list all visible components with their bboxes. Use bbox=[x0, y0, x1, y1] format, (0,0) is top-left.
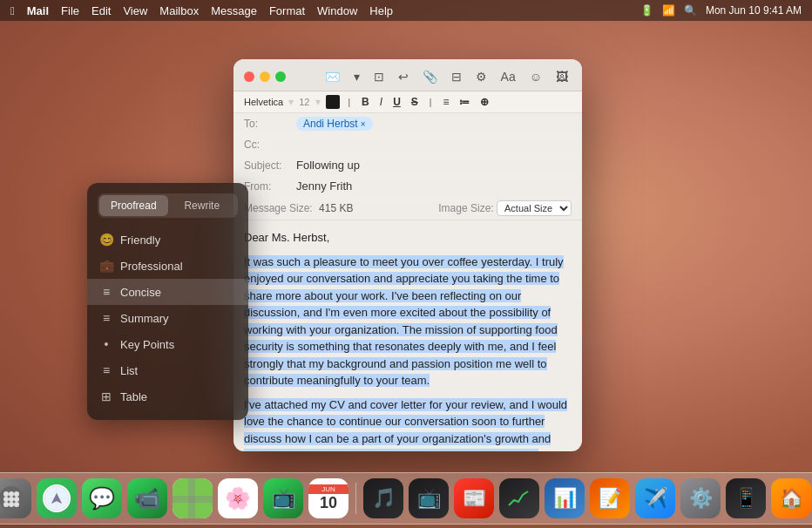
dock-item-photos[interactable]: 🌸 bbox=[218, 478, 258, 518]
sidebar-item-key-points[interactable]: • Key Points bbox=[87, 331, 248, 357]
cc-label: Cc: bbox=[244, 139, 296, 151]
tab-rewrite[interactable]: Rewrite bbox=[168, 195, 237, 216]
dock-item-keynote[interactable]: 📊 bbox=[545, 478, 585, 518]
summary-icon: ≡ bbox=[99, 311, 113, 325]
sidebar-item-list[interactable]: ≡ List bbox=[87, 357, 248, 383]
dock-item-home[interactable]: 🏠 bbox=[771, 478, 811, 518]
sidebar-label-list: List bbox=[120, 364, 138, 377]
font-icon[interactable]: Aa bbox=[497, 68, 519, 85]
svg-point-6 bbox=[14, 497, 19, 502]
attach-icon[interactable]: 📎 bbox=[419, 68, 441, 85]
subject-field[interactable]: Subject: Following up bbox=[233, 155, 582, 176]
dock-item-facetime2[interactable]: 📺 bbox=[263, 478, 303, 518]
format-bar: Helvetica ▾ 12 ▾ | B I U S | ≡ ≔ ⊕ bbox=[233, 91, 582, 113]
from-value: Jenny Frith bbox=[296, 179, 572, 193]
svg-rect-19 bbox=[507, 486, 531, 511]
body-para-2: I've attached my CV and cover letter for… bbox=[244, 396, 572, 452]
sidebar-item-summary[interactable]: ≡ Summary bbox=[87, 305, 248, 331]
send-dropdown-icon[interactable]: ▾ bbox=[350, 68, 363, 85]
dock-item-stocks[interactable] bbox=[499, 478, 539, 518]
dock-item-pages[interactable]: 📝 bbox=[590, 478, 630, 518]
photo-icon[interactable]: 🖼 bbox=[552, 68, 572, 85]
mail-headers: To: Andi Herbst × Cc: Subject: Following… bbox=[233, 113, 582, 220]
sidebar-item-friendly[interactable]: 😊 Friendly bbox=[87, 227, 248, 253]
professional-icon: 💼 bbox=[99, 259, 113, 273]
text-color-picker[interactable] bbox=[326, 95, 340, 109]
dock-item-facetime[interactable]: 📹 bbox=[127, 478, 167, 518]
sidebar-label-friendly: Friendly bbox=[120, 234, 160, 247]
dock-item-messages[interactable]: 💬 bbox=[82, 478, 122, 518]
menu-message[interactable]: Message bbox=[211, 4, 257, 17]
menu-window[interactable]: Window bbox=[317, 4, 357, 17]
image-size-select[interactable]: Actual Size Large Medium Small bbox=[497, 200, 572, 216]
gear-icon[interactable]: ⚙ bbox=[472, 68, 491, 85]
dock-item-settings[interactable]: ⚙️ bbox=[680, 478, 721, 518]
dock-item-maps[interactable] bbox=[173, 478, 213, 518]
menu-format[interactable]: Format bbox=[269, 4, 305, 17]
svg-point-8 bbox=[9, 502, 14, 507]
dock-item-safari[interactable] bbox=[37, 478, 77, 518]
svg-point-4 bbox=[3, 497, 9, 502]
dock-item-news[interactable]: 📰 bbox=[454, 478, 494, 518]
close-button[interactable] bbox=[244, 71, 254, 82]
send-icon[interactable]: ✉️ bbox=[321, 68, 343, 85]
dock-divider bbox=[355, 483, 356, 514]
key-points-icon: • bbox=[99, 337, 113, 351]
body-para-1: It was such a pleasure to meet you over … bbox=[244, 254, 572, 389]
format-divider: | bbox=[345, 98, 355, 107]
sidebar-item-concise[interactable]: ≡ Concise bbox=[87, 279, 248, 305]
emoji-icon[interactable]: ☺ bbox=[526, 68, 545, 85]
cc-field[interactable]: Cc: bbox=[233, 135, 582, 155]
dock-item-music[interactable]: 🎵 bbox=[363, 478, 403, 518]
search-icon[interactable]: 🔍 bbox=[684, 4, 697, 17]
dock-item-calendar[interactable]: JUN 10 bbox=[308, 478, 348, 518]
back-icon[interactable]: ↩ bbox=[395, 68, 412, 85]
dock-item-iphone[interactable]: 📱 bbox=[726, 478, 766, 518]
to-recipient-chip[interactable]: Andi Herbst × bbox=[296, 117, 373, 131]
dock-item-launchpad[interactable] bbox=[0, 478, 31, 518]
compose-window: ✉️ ▾ ⊡ ↩ 📎 ⊟ ⚙ Aa ☺ 🖼 Helvetica ▾ 12 ▾ |… bbox=[233, 59, 582, 451]
tab-proofread[interactable]: Proofread bbox=[99, 195, 168, 216]
sidebar-label-table: Table bbox=[120, 390, 147, 403]
zoom-button[interactable] bbox=[275, 71, 286, 82]
dock: 🔵 💬 📹 🌸 📺 JUN 10 🎵 📺 📰 📊 📝 ✈️ ⚙️ 📱 🏠 🗑️ bbox=[0, 472, 812, 525]
table-icon: ⊞ bbox=[99, 389, 113, 403]
traffic-lights bbox=[244, 71, 286, 82]
menu-bar-right: 🔋 📶 🔍 Mon Jun 10 9:41 AM bbox=[640, 4, 802, 17]
menu-bar-left:  Mail File Edit View Mailbox Message Fo… bbox=[10, 4, 393, 17]
sidebar-item-table[interactable]: ⊞ Table bbox=[87, 383, 248, 410]
dock-item-tv[interactable]: 📺 bbox=[409, 478, 449, 518]
mail-body[interactable]: Dear Ms. Herbst, It was such a pleasure … bbox=[233, 220, 582, 451]
menu-view[interactable]: View bbox=[123, 4, 147, 17]
sidebar-label-concise: Concise bbox=[120, 286, 161, 299]
highlighted-para-2: I've attached my CV and cover letter for… bbox=[244, 398, 567, 452]
friendly-icon: 😊 bbox=[99, 233, 113, 247]
photo-browser-icon[interactable]: ⊟ bbox=[448, 68, 465, 85]
indent-button[interactable]: ⊕ bbox=[477, 95, 491, 109]
dock-item-testflight[interactable]: ✈️ bbox=[635, 478, 675, 518]
menu-mailbox[interactable]: Mailbox bbox=[159, 4, 199, 17]
layout-icon[interactable]: ⊡ bbox=[370, 68, 388, 85]
message-size-value: 415 KB bbox=[319, 202, 353, 214]
svg-point-9 bbox=[14, 502, 19, 507]
sidebar-item-professional[interactable]: 💼 Professional bbox=[87, 253, 248, 279]
underline-button[interactable]: U bbox=[390, 95, 403, 109]
italic-button[interactable]: I bbox=[377, 95, 385, 109]
align-left-button[interactable]: ≡ bbox=[440, 95, 451, 109]
to-field: To: Andi Herbst × bbox=[233, 113, 582, 135]
font-selector[interactable]: Helvetica bbox=[244, 97, 283, 107]
subject-value: Following up bbox=[296, 159, 572, 172]
svg-rect-18 bbox=[188, 478, 195, 518]
svg-point-2 bbox=[9, 491, 14, 497]
list-button[interactable]: ≔ bbox=[457, 95, 472, 109]
menu-app-name[interactable]: Mail bbox=[27, 4, 49, 17]
strikethrough-button[interactable]: S bbox=[409, 95, 421, 109]
apple-menu[interactable]:  bbox=[10, 4, 15, 17]
menu-file[interactable]: File bbox=[61, 4, 79, 17]
menu-edit[interactable]: Edit bbox=[91, 4, 111, 17]
bold-button[interactable]: B bbox=[359, 95, 372, 109]
menu-help[interactable]: Help bbox=[369, 4, 393, 17]
svg-point-5 bbox=[9, 497, 14, 502]
recipient-close[interactable]: × bbox=[361, 119, 366, 129]
minimize-button[interactable] bbox=[260, 71, 270, 82]
